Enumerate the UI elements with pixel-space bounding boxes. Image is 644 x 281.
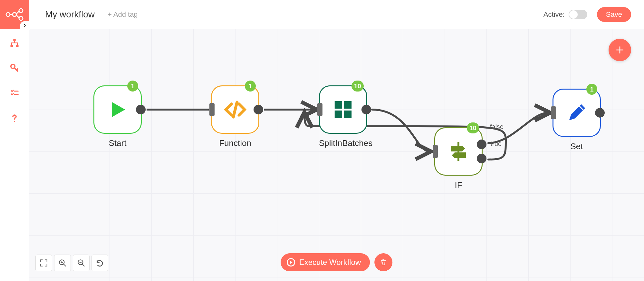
- port-label-true: true: [491, 140, 502, 148]
- workflow-name[interactable]: My workflow: [45, 9, 95, 20]
- port-in[interactable]: [317, 103, 322, 116]
- list-icon: [10, 88, 19, 98]
- port-out[interactable]: [361, 105, 371, 114]
- sidebar-toggle[interactable]: [20, 21, 30, 30]
- svg-line-28: [82, 264, 84, 266]
- logo[interactable]: [0, 0, 29, 29]
- node-badge: 1: [245, 81, 256, 92]
- play-circle-icon: [286, 258, 295, 267]
- n8n-logo-icon: [5, 8, 24, 21]
- zoom-in-icon: [58, 259, 67, 267]
- svg-line-5: [16, 11, 19, 14]
- port-out[interactable]: [136, 105, 146, 114]
- svg-rect-8: [11, 45, 13, 47]
- node-badge: 10: [351, 81, 364, 92]
- signpost-icon: [447, 140, 470, 163]
- question-icon: [10, 113, 19, 123]
- plus-icon: [615, 45, 625, 55]
- svg-point-2: [19, 9, 23, 13]
- port-in[interactable]: [209, 103, 215, 116]
- add-tag-button[interactable]: + Add tag: [108, 10, 138, 19]
- grid-icon: [332, 98, 354, 121]
- node-if[interactable]: 10 true false IF: [434, 127, 483, 190]
- trash-icon: [380, 258, 387, 266]
- header: My workflow + Add tag Active: Save: [29, 0, 644, 29]
- pencil-icon: [565, 102, 588, 124]
- svg-point-13: [14, 121, 15, 122]
- edges-layer: [29, 29, 644, 281]
- zoom-out-button[interactable]: [73, 255, 90, 271]
- port-out[interactable]: [254, 105, 263, 114]
- node-label: Start: [93, 138, 142, 148]
- node-label: IF: [434, 180, 483, 190]
- workflows-icon: [10, 38, 19, 48]
- svg-rect-18: [335, 111, 342, 118]
- add-node-button[interactable]: [609, 39, 631, 61]
- canvas-tools: [35, 255, 108, 271]
- sidebar-executions[interactable]: [0, 82, 29, 104]
- svg-rect-7: [13, 39, 16, 41]
- node-label: SplitInBatches: [319, 138, 367, 148]
- key-icon: [10, 63, 19, 73]
- svg-rect-19: [344, 111, 351, 118]
- node-badge: 1: [127, 81, 138, 92]
- node-label: Function: [211, 138, 259, 148]
- active-toggle[interactable]: [569, 10, 587, 19]
- svg-point-1: [13, 13, 16, 16]
- fit-view-icon: [40, 259, 48, 267]
- sidebar: [0, 0, 29, 281]
- port-in[interactable]: [433, 145, 438, 158]
- svg-line-6: [16, 15, 19, 18]
- svg-rect-16: [335, 101, 342, 109]
- code-icon: [224, 98, 246, 121]
- node-badge: 1: [586, 84, 597, 95]
- execute-workflow-button[interactable]: Execute Workflow: [281, 253, 370, 271]
- zoom-in-button[interactable]: [54, 255, 71, 271]
- bottom-center-toolbar: Execute Workflow: [281, 253, 393, 271]
- reset-view-button[interactable]: [91, 255, 108, 271]
- canvas[interactable]: 1 Start 1 Function 10 S: [29, 29, 644, 281]
- svg-line-24: [63, 264, 66, 266]
- sidebar-workflows[interactable]: [0, 32, 29, 54]
- svg-rect-9: [16, 45, 19, 47]
- node-function[interactable]: 1 Function: [211, 85, 259, 148]
- node-set[interactable]: 1 Set: [553, 89, 601, 151]
- play-icon: [106, 98, 129, 121]
- node-splitinbatches[interactable]: 10 SplitInBatches: [319, 85, 367, 148]
- execute-label: Execute Workflow: [299, 258, 361, 267]
- port-out-true[interactable]: [477, 140, 486, 149]
- port-in[interactable]: [551, 106, 556, 119]
- port-out[interactable]: [595, 108, 605, 118]
- node-start[interactable]: 1 Start: [93, 85, 142, 148]
- undo-icon: [96, 259, 104, 267]
- node-label: Set: [553, 141, 601, 151]
- chevron-right-icon: [23, 23, 27, 28]
- port-out-false[interactable]: [477, 154, 486, 163]
- sidebar-help[interactable]: [0, 107, 29, 130]
- svg-rect-17: [344, 101, 351, 109]
- fit-view-button[interactable]: [35, 255, 52, 271]
- delete-executions-button[interactable]: [374, 253, 392, 271]
- save-button[interactable]: Save: [597, 7, 631, 22]
- zoom-out-icon: [77, 259, 85, 267]
- node-badge: 10: [467, 122, 479, 133]
- svg-point-0: [6, 13, 10, 16]
- sidebar-credentials[interactable]: [0, 57, 29, 79]
- port-label-false: false: [490, 123, 504, 131]
- svg-point-3: [19, 16, 23, 20]
- active-label: Active:: [543, 10, 565, 19]
